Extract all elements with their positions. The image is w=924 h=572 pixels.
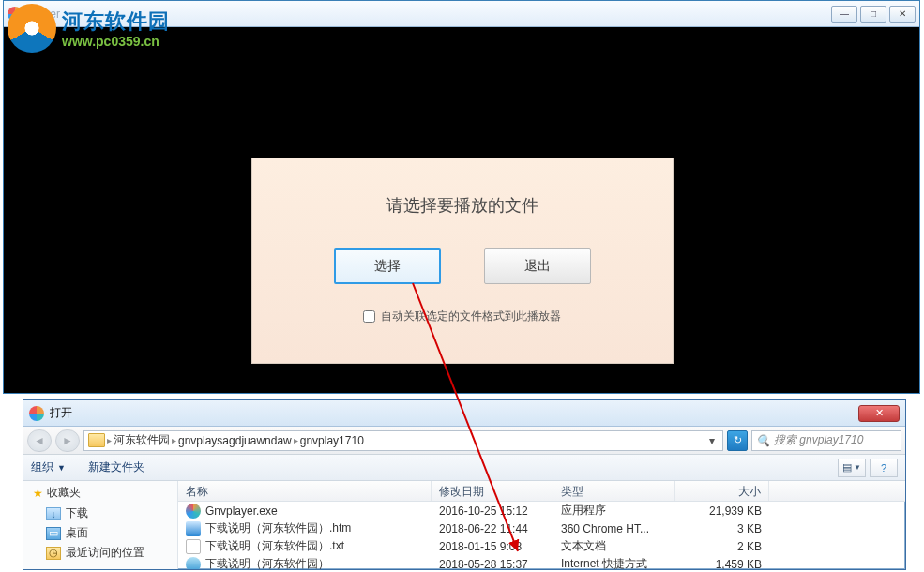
file-name: Gnvplayer.exe	[205, 504, 278, 518]
column-size[interactable]: 大小	[675, 481, 769, 501]
file-date: 2018-06-22 11:44	[432, 519, 553, 538]
new-folder-button[interactable]: 新建文件夹	[88, 459, 144, 475]
file-type-icon	[186, 539, 201, 554]
sidebar-item-desktop[interactable]: ▭桌面	[33, 523, 177, 543]
site-watermark: 河东软件园 www.pc0359.cn	[8, 4, 170, 53]
file-row[interactable]: 下载说明（河东软件园）2018-05-28 15:37Internet 快捷方式…	[178, 555, 905, 570]
file-name: 下载说明（河东软件园）	[205, 556, 329, 570]
nav-back-button[interactable]: ◄	[27, 429, 52, 452]
breadcrumb-segment: ▸gnvplay1710	[294, 434, 364, 447]
file-open-dialog: 打开 ✕ ◄ ► ▸河东软件园 ▸gnvplaysagdjuawndaw ▸gn…	[23, 399, 906, 570]
file-list-header: 名称 修改日期 类型 大小	[178, 481, 905, 502]
star-icon: ★	[33, 487, 43, 500]
recent-icon: ◷	[46, 547, 61, 560]
associate-checkbox-row[interactable]: 自动关联选定的文件格式到此播放器	[252, 309, 673, 324]
refresh-button[interactable]: ↻	[727, 430, 748, 451]
file-type-icon	[186, 557, 201, 571]
select-file-dialog: 请选择要播放的文件 选择 退出 自动关联选定的文件格式到此播放器	[251, 158, 674, 364]
help-button[interactable]: ?	[870, 459, 898, 477]
minimize-button[interactable]: —	[831, 6, 857, 23]
column-date[interactable]: 修改日期	[432, 481, 553, 501]
file-dialog-title: 打开	[50, 405, 72, 421]
file-size: 21,939 KB	[675, 502, 769, 520]
sidebar-item-downloads[interactable]: ↓下载	[33, 504, 177, 523]
sidebar-item-recent[interactable]: ◷最近访问的位置	[33, 543, 177, 563]
breadcrumb-dropdown[interactable]: ▾	[704, 431, 719, 450]
column-type[interactable]: 类型	[553, 481, 675, 501]
watermark-site-name: 河东软件园	[62, 8, 170, 36]
file-name: 下载说明（河东软件园）.htm	[205, 520, 351, 536]
search-placeholder: 搜索 gnvplay1710	[774, 432, 863, 448]
breadcrumb-segment: ▸河东软件园	[107, 432, 170, 448]
watermark-logo-icon	[8, 4, 56, 53]
file-dialog-sidebar: ★ 收藏夹 ↓下载 ▭桌面 ◷最近访问的位置	[23, 481, 178, 570]
associate-checkbox[interactable]	[363, 310, 375, 323]
search-input[interactable]: 🔍 搜索 gnvplay1710	[751, 430, 901, 451]
download-icon: ↓	[46, 507, 61, 520]
file-type-icon	[186, 521, 201, 536]
file-dialog-toolbar: 组织▼ 新建文件夹 ▤▼ ?	[23, 455, 905, 481]
file-dialog-close-button[interactable]: ✕	[858, 405, 900, 422]
close-button[interactable]: ✕	[889, 6, 916, 23]
dialog-message: 请选择要播放的文件	[252, 194, 673, 217]
maximize-button[interactable]: □	[860, 6, 886, 23]
associate-checkbox-label: 自动关联选定的文件格式到此播放器	[381, 309, 561, 324]
file-size: 1,459 KB	[675, 555, 769, 571]
file-size: 2 KB	[675, 537, 769, 556]
file-date: 2018-05-28 15:37	[432, 555, 553, 571]
file-name: 下载说明（河东软件园）.txt	[205, 538, 344, 554]
file-date: 2016-10-25 15:12	[432, 502, 553, 520]
file-type: Internet 快捷方式	[553, 553, 675, 570]
file-dialog-titlebar: 打开 ✕	[23, 400, 905, 427]
organize-menu[interactable]: 组织▼	[31, 459, 66, 475]
file-dialog-nav: ◄ ► ▸河东软件园 ▸gnvplaysagdjuawndaw ▸gnvplay…	[23, 427, 905, 455]
breadcrumb-segment: ▸gnvplaysagdjuawndaw	[172, 434, 292, 447]
sidebar-favorites-header[interactable]: ★ 收藏夹	[33, 485, 177, 501]
file-type-icon	[186, 504, 201, 519]
select-button[interactable]: 选择	[334, 248, 441, 284]
file-size: 3 KB	[675, 519, 769, 538]
desktop-icon: ▭	[46, 527, 61, 540]
folder-icon	[88, 433, 105, 447]
file-list: 名称 修改日期 类型 大小 Gnvplayer.exe2016-10-25 15…	[178, 481, 905, 570]
view-options-button[interactable]: ▤▼	[838, 459, 866, 477]
file-dialog-app-icon	[29, 406, 44, 421]
exit-button[interactable]: 退出	[484, 248, 591, 284]
breadcrumb-bar[interactable]: ▸河东软件园 ▸gnvplaysagdjuawndaw ▸gnvplay1710…	[83, 430, 723, 451]
watermark-url: www.pc0359.cn	[62, 34, 170, 49]
file-date: 2018-01-15 9:08	[432, 537, 553, 556]
nav-forward-button[interactable]: ►	[55, 429, 80, 452]
search-icon: 🔍	[756, 434, 770, 447]
column-name[interactable]: 名称	[178, 481, 432, 501]
